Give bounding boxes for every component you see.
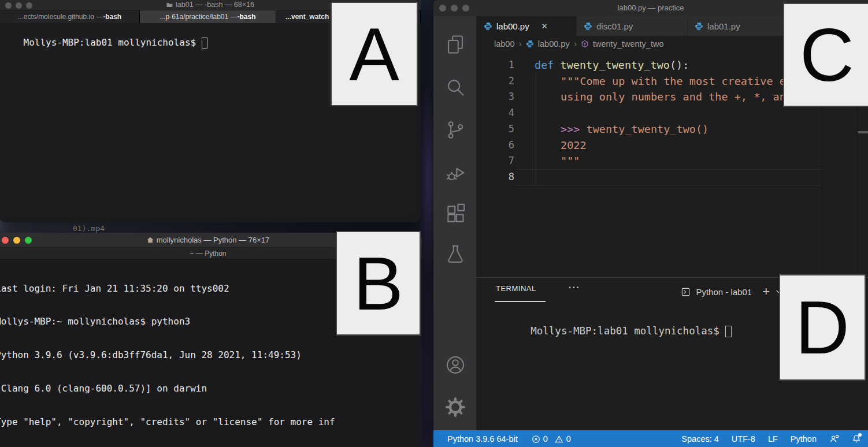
terminal-icon: [681, 288, 690, 296]
account-icon[interactable]: [444, 354, 466, 376]
line-number: 8: [491, 169, 514, 185]
terminal-b-tab-title: ~ — Python: [190, 249, 226, 258]
terminal-line: Python 3.9.6 (v3.9.6:db3ff76da1, Jun 28 …: [0, 349, 335, 360]
overlay-label-c: C: [783, 3, 868, 107]
tab-label: lab00.py: [496, 21, 529, 31]
status-bar: Python 3.9.6 64-bit 0 0 Spaces: 4 UTF-8 …: [433, 430, 868, 447]
breadcrumb-file[interactable]: lab00.py: [538, 39, 570, 49]
line-number: 5: [491, 121, 514, 137]
warning-icon: [555, 435, 563, 444]
symbol-cube-icon: [581, 40, 589, 48]
breadcrumb: lab00 › lab00.py › twenty_twenty_two: [494, 37, 663, 51]
encoding-status[interactable]: UTF-8: [732, 434, 755, 444]
notifications-bell[interactable]: [852, 434, 861, 444]
feedback-icon[interactable]: [829, 434, 839, 444]
python-interpreter-status[interactable]: Python 3.9.6 64-bit: [447, 434, 518, 444]
line-number: 2: [491, 73, 514, 90]
home-icon: [147, 237, 154, 243]
code-line-6: 2022: [535, 137, 587, 154]
terminal-line: Last login: Fri Jan 21 11:35:20 on ttys0…: [0, 283, 335, 294]
language-mode-status[interactable]: Python: [791, 434, 817, 444]
terminal-line: [Clang 6.0 (clang-600.0.57)] on darwin: [0, 383, 335, 394]
minimap-slider[interactable]: [858, 131, 868, 133]
code-line-7: """: [535, 153, 580, 169]
tab-label: lab01.py: [707, 21, 740, 31]
shell-prompt: Mollys-MBP:lab01 mollynicholas$: [531, 325, 719, 337]
terminal-line: Type "help", "copyright", "credits" or "…: [0, 416, 335, 427]
terminal-session-label[interactable]: Python - lab01: [696, 287, 752, 297]
status-bar-right: Spaces: 4 UTF-8 LF Python: [681, 434, 868, 444]
overlay-label-b: B: [336, 231, 421, 336]
overlay-label-a: A: [331, 2, 418, 106]
breadcrumb-folder[interactable]: lab00: [494, 39, 514, 49]
close-tab-icon[interactable]: ✕: [541, 22, 548, 31]
tab-lab01[interactable]: lab01.py: [688, 16, 799, 36]
line-number: 1: [491, 57, 514, 73]
warning-count: 0: [566, 434, 571, 444]
terminal-tab-lab01[interactable]: ...p-61a/practice/lab01 — -bash: [140, 10, 276, 23]
python-icon: [584, 22, 592, 31]
desktop-file-label[interactable]: 01).mp4: [73, 224, 105, 233]
current-line-border: [516, 169, 822, 170]
terminal-tab-molecule[interactable]: ...ects/molecule.github.io — -bash: [0, 10, 140, 23]
vscode-terminal-content[interactable]: Mollys-MBP:lab01 mollynicholas$: [494, 314, 732, 349]
overlay-label-d: D: [779, 274, 866, 381]
problems-status[interactable]: 0 0: [532, 434, 571, 444]
terminal-line: Mollys-MBP:~ mollynicholas$ python3: [0, 316, 335, 327]
code-line-1: def twenty_twenty_two():: [535, 57, 689, 73]
status-bar-left: Python 3.9.6 64-bit 0 0: [433, 434, 571, 444]
error-icon: [532, 435, 540, 444]
panel-tab-terminal[interactable]: TERMINAL: [496, 284, 536, 293]
python-icon: [526, 40, 534, 48]
terminal-cursor: [202, 38, 207, 49]
tab-lab00[interactable]: lab00.py ✕: [477, 16, 577, 36]
code-line-5: >>> twenty_twenty_two(): [535, 121, 709, 137]
terminal-session-controls: Python - lab01 +: [681, 285, 782, 298]
chevron-right-icon: ›: [518, 39, 521, 49]
shell-prompt: Mollys-MBP:lab01 mollynicholas$: [24, 37, 196, 48]
line-number: 7: [491, 153, 514, 169]
code-line-3: using only numbers and the +, *, an: [535, 89, 786, 105]
code-line-2: """Come up with the most creative e: [535, 73, 786, 90]
line-number: 4: [491, 105, 514, 121]
folder-icon: [166, 2, 173, 8]
panel-tab-underline: [495, 301, 546, 302]
tab-disc01[interactable]: disc01.py: [577, 16, 688, 36]
tab-label: disc01.py: [596, 21, 633, 31]
terminal-a-content[interactable]: Mollys-MBP:lab01 mollynicholas$: [1, 26, 207, 59]
line-number: 3: [491, 89, 514, 105]
chevron-right-icon: ›: [574, 39, 577, 49]
eol-status[interactable]: LF: [768, 434, 778, 444]
settings-gear-icon[interactable]: [444, 396, 466, 418]
current-line-border: [516, 185, 822, 185]
new-terminal-button[interactable]: +: [762, 285, 770, 298]
indentation-status[interactable]: Spaces: 4: [681, 434, 719, 444]
terminal-cursor: [725, 326, 732, 337]
python-icon: [695, 22, 703, 31]
terminal-b-content[interactable]: Last login: Fri Jan 21 11:35:20 on ttys0…: [0, 260, 335, 447]
error-count: 0: [543, 434, 548, 444]
notification-badge: [858, 433, 862, 437]
line-number: 6: [491, 137, 514, 154]
python-icon: [484, 22, 492, 31]
more-actions-icon[interactable]: ⋯: [568, 280, 580, 294]
breadcrumb-symbol[interactable]: twenty_twenty_two: [593, 39, 664, 49]
